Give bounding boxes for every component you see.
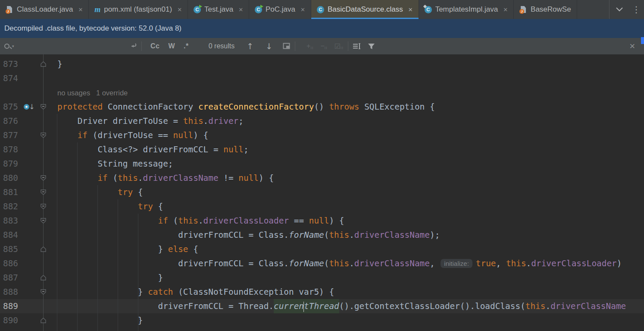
close-tab-icon[interactable]: ✕ [238,6,243,13]
tab-poc-java[interactable]: CPoC.java✕ [249,0,311,19]
code-token: this [329,230,349,240]
regex-toggle[interactable]: .* [179,42,193,50]
fold-end-icon[interactable] [38,61,48,67]
code-token: } [57,273,163,283]
decompiled-class-banner: Decompiled .class file, bytecode version… [0,19,644,38]
hidden-tabs-button[interactable] [613,3,626,16]
fold-start-icon[interactable] [38,218,48,224]
open-find-window-icon[interactable] [283,43,291,50]
line-number: 876 [0,114,21,128]
search-options-icon[interactable] [353,43,361,50]
code-token: if [57,216,168,226]
line-number: 877 [0,128,21,142]
search-input[interactable] [19,40,129,53]
code-token: driverClassLoader [531,258,616,268]
tab-baserowse[interactable]: JBaseRowSe [514,0,577,19]
code-token: tThread [304,299,339,313]
tab-label: Test.java [204,5,233,14]
fold-end-icon[interactable] [38,246,48,252]
fold-end-icon[interactable] [38,317,48,324]
words-toggle[interactable]: W [164,42,179,50]
tab-pom-xml-fastjson01-[interactable]: mpom.xml (fastjson01)✕ [89,0,188,19]
code-editor[interactable]: 873}874no usages 1 override875↓protected… [0,54,644,331]
search-icon[interactable]: ▾ [4,41,19,51]
fold-end-icon[interactable] [38,274,48,281]
code-line: no usages 1 override [0,85,644,100]
line-number: 874 [0,71,21,85]
code-token: ( [324,258,329,268]
previous-occurrence-button[interactable]: ↑ [247,41,253,51]
close-tab-icon[interactable]: ✕ [78,6,83,13]
code-token: try [57,202,153,211]
parameter-hint-chip: initialize: [441,259,472,268]
fold-start-icon[interactable] [38,132,48,139]
code-token: Class<?> driverFromCCL = [57,145,223,154]
filter-icon[interactable] [368,43,375,50]
tab-label: BaseRowSe [531,5,571,14]
remove-occurrence-button[interactable]: −II [320,42,327,50]
divider [348,41,348,51]
select-all-occurrences-button[interactable]: ☑II [335,42,344,50]
add-occurrence-button[interactable]: +II [306,42,313,50]
tab-basicdatasource-class[interactable]: CBasicDataSource.class✕ [311,0,419,19]
tab-list: JClassLoader.java✕mpom.xml (fastjson01)✕… [0,0,609,19]
tab-classloader-java[interactable]: JClassLoader.java✕ [0,0,89,19]
new-line-icon[interactable] [129,43,137,50]
close-search-button[interactable]: ✕ [629,42,635,50]
fold-start-icon[interactable] [38,289,48,295]
match-case-toggle[interactable]: Cc [146,42,164,50]
code-text: } [48,313,644,328]
code-line: 885 } else { [0,242,644,256]
code-line: 880 if (this.driverClassName != null) { [0,171,644,185]
code-line: 879 String message; [0,157,644,171]
code-text: } catch (ClassNotFoundException var5) { [48,285,644,299]
close-tab-icon[interactable]: ✕ [300,6,305,13]
fold-start-icon[interactable] [38,189,48,195]
code-token: if [57,173,108,183]
line-number: 885 [0,242,21,256]
tab-templatesimpl-java[interactable]: CTemplatesImpl.java✕ [419,0,514,19]
code-text: try { [48,185,644,199]
code-line: 883 if (this.driverClassLoader == null) … [0,214,644,228]
overridden-method-icon[interactable]: ↓ [21,103,38,111]
code-text: if (driverToUse == null) { [48,128,644,142]
close-tab-icon[interactable]: ✕ [408,6,413,13]
code-line: 873} [0,57,644,71]
search-history-arrow-icon: ▾ [12,44,14,48]
code-text: String message; [48,157,644,171]
code-token: (ClassNotFoundException var5) { [173,287,335,297]
code-line: 876 Driver driverToUse = this.driver; [0,114,644,128]
scrollbar-caret-mark[interactable] [641,37,644,44]
close-tab-icon[interactable]: ✕ [503,6,508,13]
divider [141,41,142,51]
code-rows: 873}874no usages 1 override875↓protected… [0,57,644,331]
fold-start-icon[interactable] [38,203,48,210]
code-token: this [525,301,546,311]
line-number: 884 [0,228,21,242]
code-line: 886 driverFromCCL = Class.forName(this.d… [0,256,644,271]
occurrence-sub: II [341,46,344,50]
fold-start-icon[interactable] [38,104,48,110]
code-text: driverFromCCL = Thread.currentThread().g… [48,299,644,313]
code-token: driverFromCCL = Class. [57,258,289,268]
line-number: 887 [0,271,21,285]
class-key-icon: C [425,6,432,13]
code-token: } [57,59,63,69]
code-token: this [506,258,526,268]
tab-label: PoC.java [266,5,295,14]
next-occurrence-button[interactable]: ↓ [266,41,272,51]
code-line: 882 try { [0,199,644,214]
code-text: if (this.driverClassName != null) { [48,171,644,185]
line-number: 878 [0,142,21,157]
code-token: , [496,258,506,268]
tab-test-java[interactable]: CTest.java✕ [188,0,249,19]
java-file-icon: J [6,6,13,13]
code-token: != [219,173,239,183]
options-menu-button[interactable]: ⋮ [632,4,641,15]
code-token: null [223,145,244,154]
code-text: } else { [48,242,644,256]
fold-start-icon[interactable] [38,175,48,181]
code-token: catch [148,287,173,297]
code-text: Class<?> driverFromCCL = null; [48,142,644,157]
close-tab-icon[interactable]: ✕ [177,6,182,13]
